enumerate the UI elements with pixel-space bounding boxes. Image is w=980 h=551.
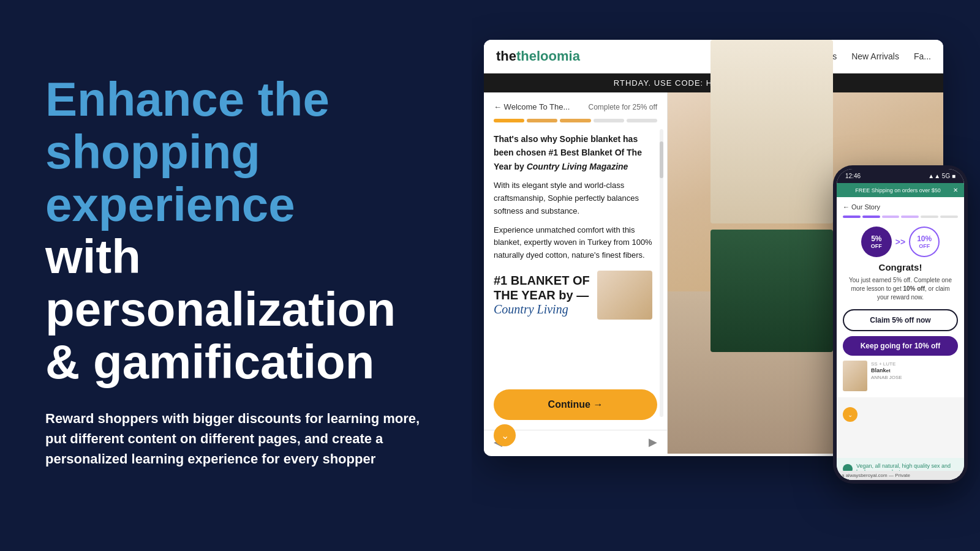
award-text: #1 BLANKET OFTHE YEAR by — [494, 273, 590, 302]
panel-header: ← Welcome To The... Complete for 25% off [494, 102, 657, 111]
claim-button[interactable]: Claim 5% off now [843, 309, 958, 331]
congrats-title: Congrats! [843, 262, 958, 272]
progress-bar-2 [527, 119, 557, 122]
phone-bar-3 [882, 216, 900, 218]
left-section: Enhance the shopping experience with per… [45, 73, 462, 469]
phone-mockup: 12:46 ▲▲ 5G ■ FREE Shipping on orders ov… [833, 165, 968, 484]
scroll-area[interactable] [660, 129, 663, 417]
chevron-icon: >> [895, 237, 905, 247]
congrats-desc: You just earned 5% off. Complete one mor… [843, 276, 958, 302]
nav-new-arrivals[interactable]: New Arrivals [851, 51, 899, 61]
phone-collapse-button[interactable]: ⌄ [843, 407, 858, 422]
phone-bar-6 [940, 216, 958, 218]
reward-circles: 5% OFF >> 10% OFF [843, 227, 958, 257]
collapse-button[interactable]: ⌄ [494, 424, 516, 446]
second-product-lower [710, 230, 833, 352]
progress-bar-1 [494, 119, 524, 122]
phone-shipping-bar: FREE Shipping on orders over $50 ✕ [837, 183, 964, 197]
country-living-logo: Country Living [494, 302, 590, 317]
phone-product-info: SS + LUTE Blanket ANNAB JOSE [871, 361, 958, 391]
nav-more[interactable]: Fa... [914, 51, 931, 61]
phone-bar-4 [901, 216, 919, 218]
shipping-text: FREE Shipping on orders over $50 [843, 187, 953, 193]
phone-status-bar: 12:46 ▲▲ 5G ■ [837, 169, 964, 183]
phone-product-label: SS + LUTE [871, 361, 958, 367]
lesson-text: That's also why Sophie blanket has been … [494, 132, 657, 262]
continue-button[interactable]: Continue → [494, 389, 657, 420]
phone-screen: 12:46 ▲▲ 5G ■ FREE Shipping on orders ov… [837, 169, 964, 480]
complete-text: Complete for 25% off [588, 103, 657, 111]
lesson-panel: ← Welcome To The... Complete for 25% off… [484, 92, 668, 454]
progress-bar-5 [627, 119, 657, 122]
phone-product-name: Blanket [871, 367, 958, 375]
phone-product-preview: SS + LUTE Blanket ANNAB JOSE [843, 361, 958, 391]
main-headline: Enhance the shopping experience with per… [45, 73, 462, 389]
phone-time: 12:46 [845, 173, 861, 179]
headline-blue: Enhance the shopping experience [45, 72, 330, 231]
progress-bars [494, 119, 657, 122]
next-arrow[interactable]: ▶ [649, 435, 657, 449]
progress-bar-4 [594, 119, 624, 122]
close-icon[interactable]: ✕ [953, 187, 958, 193]
reward-circle-5pct: 5% OFF [861, 227, 892, 257]
keep-going-button[interactable]: Keep going for 10% off [843, 336, 958, 356]
headline-white: with personalization& gamification [45, 230, 396, 389]
phone-product-thumb [843, 361, 867, 391]
phone-bar-2 [862, 216, 880, 218]
reward-circle-10pct: 10% OFF [909, 227, 940, 257]
phone-bar-5 [921, 216, 938, 218]
progress-bar-3 [560, 119, 590, 122]
award-section: #1 BLANKET OFTHE YEAR by — Country Livin… [494, 271, 657, 320]
phone-status-icons: ▲▲ 5G ■ [928, 173, 956, 179]
phone-url-bar: a alwaysberoyal.com — Private [837, 471, 964, 480]
phone-author: ANNAB JOSE [871, 375, 958, 380]
phone-content: ← Our Story 5% OFF >> [837, 197, 964, 397]
phone-back-link[interactable]: ← Our Story [843, 203, 958, 211]
phone-progress [843, 216, 958, 218]
scroll-thumb[interactable] [660, 141, 663, 178]
right-section: thetheloomia Best Sellers New Arrivals F… [472, 0, 980, 551]
phone-bar-1 [843, 216, 861, 218]
panel-back-link[interactable]: ← Welcome To The... [494, 102, 570, 111]
second-product-strip [710, 40, 833, 223]
award-product-img [597, 271, 652, 320]
main-subtext: Reward shoppers with bigger discounts fo… [45, 408, 437, 469]
